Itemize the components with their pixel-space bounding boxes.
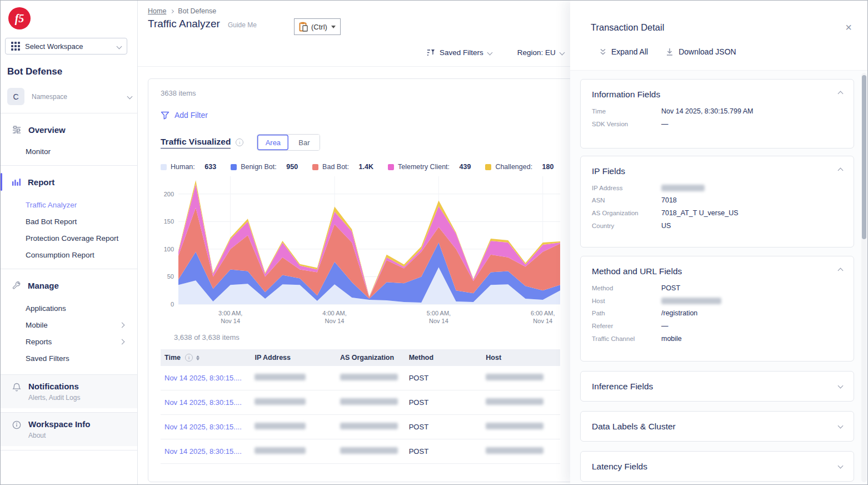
sidebar-section-manage[interactable]: Manage (1, 275, 137, 295)
table-header: Time i IP Address AS Organization Method… (161, 349, 560, 366)
chart-type-toggle: Area Bar (257, 134, 320, 151)
chevron-down-icon (127, 94, 133, 100)
overview-icon (12, 126, 21, 133)
expand-all-button[interactable]: Expand All (600, 47, 648, 56)
scrollbar-thumb[interactable] (862, 75, 866, 239)
sort-icon[interactable] (196, 355, 199, 360)
table-row[interactable]: Nov 14 2025, 8:30:15.... POST /p (161, 415, 560, 439)
transactions-table: Time i IP Address AS Organization Method… (161, 349, 560, 464)
redacted-value (255, 398, 306, 405)
sidebar: f5 Select Workspace Bot Defense C Namesp… (1, 1, 138, 484)
saved-filters-label: Saved Filters (440, 48, 483, 57)
scrollbar[interactable] (861, 73, 867, 482)
card-title: Method and URL Fields (592, 266, 842, 276)
card-latency-fields[interactable]: Latency Fields (580, 451, 854, 482)
saved-filters-dropdown[interactable]: Saved Filters (427, 48, 492, 57)
workspace-selector[interactable]: Select Workspace (5, 38, 127, 55)
time-link[interactable]: Nov 14 2025, 8:30:15.... (164, 374, 242, 382)
svg-text:Nov 14: Nov 14 (325, 318, 345, 324)
card-data-labels-cluster[interactable]: Data Labels & Cluster (580, 411, 854, 442)
column-header-method[interactable]: Method (409, 354, 486, 362)
method-value: POST (409, 447, 486, 456)
divider (1, 450, 138, 451)
close-icon[interactable]: × (845, 22, 852, 33)
svg-text:3:00 AM,: 3:00 AM, (218, 310, 242, 316)
redacted-value (255, 374, 306, 380)
card-title: Data Labels & Cluster (592, 422, 842, 432)
namespace-selector[interactable]: C Namespace (7, 88, 132, 105)
table-row[interactable]: Nov 14 2025, 8:30:15.... POST /p (161, 439, 560, 464)
item-label: Reports (26, 338, 52, 346)
redacted-value (255, 423, 306, 429)
svg-text:5:00 AM,: 5:00 AM, (427, 310, 451, 316)
double-chevron-down-icon (600, 48, 606, 56)
sidebar-item-protection-coverage-report[interactable]: Protection Coverage Report (1, 230, 137, 246)
paste-options-button[interactable]: (Ctrl) (294, 18, 341, 35)
column-header-host[interactable]: Host (486, 354, 560, 362)
table-row[interactable]: Nov 14 2025, 8:30:15.... POST /r (161, 366, 560, 390)
sidebar-item-mobile[interactable]: Mobile (1, 316, 137, 333)
item-label: Bad Bot Report (26, 217, 77, 226)
sidebar-item-monitor[interactable]: Monitor (1, 143, 137, 160)
add-filter-button[interactable]: Add Filter (161, 111, 560, 120)
item-label: Monitor (26, 147, 51, 156)
area-toggle-button[interactable]: Area (257, 135, 288, 150)
chevron-right-icon (119, 339, 125, 344)
column-header-time[interactable]: Time i (161, 354, 255, 362)
traffic-area-chart[interactable]: 0501001502003:00 AM,Nov 144:00 AM,Nov 14… (161, 175, 561, 330)
field-value: /registration (661, 309, 697, 317)
breadcrumb-current: Bot Defense (178, 7, 216, 15)
redacted-value (340, 447, 398, 454)
sidebar-item-consumption-report[interactable]: Consumption Report (1, 246, 137, 263)
sidebar-section-report[interactable]: Report (1, 172, 137, 192)
field-value: — (661, 120, 669, 128)
method-value: POST (409, 423, 486, 431)
bar-toggle-button[interactable]: Bar (288, 135, 320, 150)
svg-text:Nov 14: Nov 14 (221, 318, 240, 324)
item-label: Consumption Report (26, 251, 94, 259)
region-dropdown[interactable]: Region: EU (517, 48, 564, 57)
field-value: — (661, 322, 669, 330)
redacted-value (255, 447, 306, 454)
item-label: Applications (26, 304, 66, 313)
column-header-ip[interactable]: IP Address (255, 354, 340, 362)
sidebar-item-applications[interactable]: Applications (1, 300, 137, 316)
download-json-button[interactable]: Download JSON (666, 47, 736, 56)
legend-item-telemetry-client: Telemetry Client: 439 (388, 163, 471, 171)
redacted-value (340, 398, 398, 405)
item-label: Protection Coverage Report (26, 234, 118, 242)
sidebar-item-reports[interactable]: Reports (1, 333, 137, 350)
sidebar-item-traffic-analyzer[interactable]: Traffic Analyzer (1, 196, 137, 213)
workspace-info-title: Workspace Info (28, 419, 90, 429)
breadcrumb-home-link[interactable]: Home (148, 7, 166, 15)
sidebar-item-bad-bot-report[interactable]: Bad Bot Report (1, 213, 137, 230)
legend-swatch (231, 164, 237, 170)
svg-text:6:00 AM,: 6:00 AM, (531, 310, 555, 316)
paste-button-label: (Ctrl) (311, 23, 327, 31)
clipboard-paste-icon (299, 22, 308, 32)
table-row[interactable]: Nov 14 2025, 8:30:15.... POST /a (161, 390, 560, 415)
workspace-selector-label: Select Workspace (25, 42, 112, 51)
field-row: Referer— (592, 322, 842, 330)
field-row: MethodPOST (592, 284, 842, 292)
expand-all-label: Expand All (611, 47, 648, 56)
time-link[interactable]: Nov 14 2025, 8:30:15.... (164, 398, 242, 407)
field-value: US (661, 222, 671, 230)
f5-logo: f5 (8, 7, 31, 29)
page-title: Traffic Analyzer (148, 18, 220, 30)
sidebar-section-overview[interactable]: Overview (1, 120, 137, 140)
item-label: Saved Filters (26, 354, 69, 363)
section-title: Overview (28, 125, 66, 135)
grid-icon (11, 42, 20, 51)
time-link[interactable]: Nov 14 2025, 8:30:15.... (164, 447, 242, 456)
column-header-as-organization[interactable]: AS Organization (340, 354, 409, 362)
chevron-down-icon (487, 50, 492, 56)
card-inference-fields[interactable]: Inference Fields (580, 371, 854, 402)
sidebar-item-notifications[interactable]: Notifications Alerts, Audit Logs (1, 375, 137, 408)
guide-me-link[interactable]: Guide Me (228, 21, 257, 29)
download-json-label: Download JSON (679, 47, 736, 56)
sidebar-item-workspace-info[interactable]: Workspace Info About (1, 413, 137, 446)
sidebar-item-saved-filters[interactable]: Saved Filters (1, 350, 137, 367)
redacted-value (661, 298, 721, 304)
time-link[interactable]: Nov 14 2025, 8:30:15.... (164, 423, 242, 431)
